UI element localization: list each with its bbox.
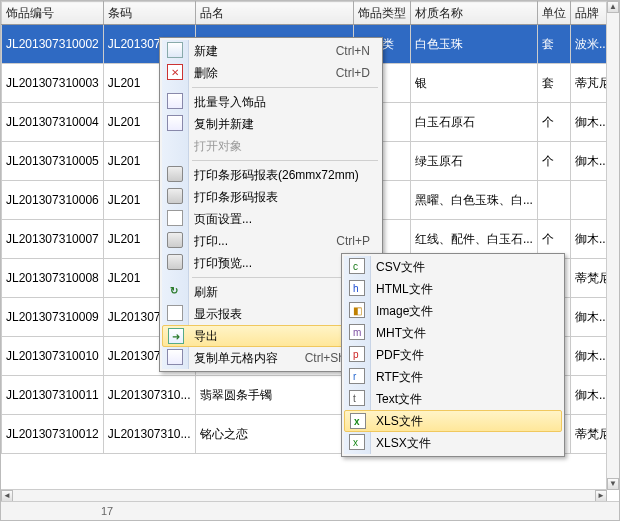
cell-brand[interactable]: 蒂梵尼 bbox=[570, 259, 607, 298]
menu-print-barcode-26-label: 打印条形码报表(26mmx72mm) bbox=[194, 168, 359, 182]
menu-new-shortcut: Ctrl+N bbox=[336, 43, 370, 59]
menu-open-object: 打开对象 bbox=[162, 135, 380, 157]
printer-icon bbox=[167, 232, 183, 248]
cell-brand[interactable] bbox=[570, 181, 607, 220]
cell-unit[interactable]: 套 bbox=[537, 25, 570, 64]
page-icon bbox=[167, 210, 183, 226]
menu-page-setup-label: 页面设置... bbox=[194, 212, 252, 226]
header-row[interactable]: 饰品编号 条码 品名 饰品类型 材质名称 单位 品牌 图片 bbox=[2, 2, 608, 25]
col-unit[interactable]: 单位 bbox=[537, 2, 570, 25]
col-id[interactable]: 饰品编号 bbox=[2, 2, 104, 25]
cell-id[interactable]: JL201307310004 bbox=[2, 103, 104, 142]
cell-material[interactable]: 白玉石原石 bbox=[410, 103, 537, 142]
xls-file-icon bbox=[350, 413, 366, 429]
status-bar: 17 bbox=[1, 501, 619, 520]
cell-id[interactable]: JL201307310008 bbox=[2, 259, 104, 298]
submenu-csv[interactable]: CSV文件 bbox=[344, 256, 562, 278]
vertical-scrollbar[interactable]: ▲ ▼ bbox=[606, 1, 619, 490]
menu-copy-new[interactable]: 复制并新建 bbox=[162, 113, 380, 135]
menu-export-label: 导出 bbox=[194, 329, 218, 343]
cell-id[interactable]: JL201307310010 bbox=[2, 337, 104, 376]
menu-delete[interactable]: 删除Ctrl+D bbox=[162, 62, 380, 84]
scroll-up-button[interactable]: ▲ bbox=[607, 1, 619, 13]
menu-batch-import-label: 批量导入饰品 bbox=[194, 95, 266, 109]
submenu-xls-label: XLS文件 bbox=[376, 414, 423, 428]
col-type[interactable]: 饰品类型 bbox=[353, 2, 410, 25]
new-icon bbox=[167, 42, 183, 58]
submenu-mht[interactable]: MHT文件 bbox=[344, 322, 562, 344]
export-icon bbox=[168, 328, 184, 344]
cell-id[interactable]: JL201307310012 bbox=[2, 415, 104, 454]
image-file-icon bbox=[349, 302, 365, 318]
menu-new[interactable]: 新建Ctrl+N bbox=[162, 40, 380, 62]
cell-code[interactable]: JL201307310... bbox=[103, 376, 195, 415]
cell-name[interactable]: 铭心之恋 bbox=[195, 415, 353, 454]
menu-separator bbox=[192, 87, 378, 88]
submenu-rtf[interactable]: RTF文件 bbox=[344, 366, 562, 388]
cell-brand[interactable]: 御木... bbox=[570, 337, 607, 376]
cell-code[interactable]: JL201307310... bbox=[103, 415, 195, 454]
cell-brand[interactable]: 蒂梵尼 bbox=[570, 415, 607, 454]
html-file-icon bbox=[349, 280, 365, 296]
cell-material[interactable]: 银 bbox=[410, 64, 537, 103]
copy-icon bbox=[167, 349, 183, 365]
col-code[interactable]: 条码 bbox=[103, 2, 195, 25]
col-brand[interactable]: 品牌 bbox=[570, 2, 607, 25]
cell-brand[interactable]: 御木... bbox=[570, 142, 607, 181]
cell-id[interactable]: JL201307310005 bbox=[2, 142, 104, 181]
cell-id[interactable]: JL201307310006 bbox=[2, 181, 104, 220]
submenu-pdf[interactable]: PDF文件 bbox=[344, 344, 562, 366]
cell-id[interactable]: JL201307310009 bbox=[2, 298, 104, 337]
text-file-icon bbox=[349, 390, 365, 406]
refresh-icon bbox=[167, 283, 183, 299]
menu-print-barcode[interactable]: 打印条形码报表 bbox=[162, 186, 380, 208]
col-material[interactable]: 材质名称 bbox=[410, 2, 537, 25]
export-submenu[interactable]: CSV文件 HTML文件 Image文件 MHT文件 PDF文件 RTF文件 T… bbox=[341, 253, 565, 457]
cell-brand[interactable]: 御木... bbox=[570, 376, 607, 415]
cell-brand[interactable]: 御木... bbox=[570, 298, 607, 337]
menu-print-shortcut: Ctrl+P bbox=[336, 233, 370, 249]
submenu-csv-label: CSV文件 bbox=[376, 260, 425, 274]
report-icon bbox=[167, 305, 183, 321]
csv-file-icon bbox=[349, 258, 365, 274]
printer-icon bbox=[167, 188, 183, 204]
cell-material[interactable]: 黑曜、白色玉珠、白... bbox=[410, 181, 537, 220]
cell-material[interactable]: 绿玉原石 bbox=[410, 142, 537, 181]
menu-print[interactable]: 打印...Ctrl+P bbox=[162, 230, 380, 252]
submenu-xlsx[interactable]: XLSX文件 bbox=[344, 432, 562, 454]
cell-unit[interactable]: 套 bbox=[537, 64, 570, 103]
submenu-image[interactable]: Image文件 bbox=[344, 300, 562, 322]
menu-page-setup[interactable]: 页面设置... bbox=[162, 208, 380, 230]
cell-name[interactable]: 翡翠圆条手镯 bbox=[195, 376, 353, 415]
submenu-html[interactable]: HTML文件 bbox=[344, 278, 562, 300]
printer-icon bbox=[167, 166, 183, 182]
cell-id[interactable]: JL201307310007 bbox=[2, 220, 104, 259]
grid-window: 饰品编号 条码 品名 饰品类型 材质名称 单位 品牌 图片 JL20130731… bbox=[0, 0, 620, 521]
submenu-xlsx-label: XLSX文件 bbox=[376, 436, 431, 450]
cell-brand[interactable]: 蒂芃尼 bbox=[570, 64, 607, 103]
cell-id[interactable]: JL201307310011 bbox=[2, 376, 104, 415]
cell-unit[interactable]: 个 bbox=[537, 142, 570, 181]
menu-batch-import[interactable]: 批量导入饰品 bbox=[162, 91, 380, 113]
pdf-file-icon bbox=[349, 346, 365, 362]
menu-print-barcode-26[interactable]: 打印条形码报表(26mmx72mm) bbox=[162, 164, 380, 186]
cell-material[interactable]: 白色玉珠 bbox=[410, 25, 537, 64]
menu-separator bbox=[192, 160, 378, 161]
cell-id[interactable]: JL201307310003 bbox=[2, 64, 104, 103]
submenu-text-label: Text文件 bbox=[376, 392, 422, 406]
menu-print-barcode-label: 打印条形码报表 bbox=[194, 190, 278, 204]
submenu-xls[interactable]: XLS文件 bbox=[344, 410, 562, 432]
submenu-rtf-label: RTF文件 bbox=[376, 370, 423, 384]
cell-id[interactable]: JL201307310002 bbox=[2, 25, 104, 64]
cell-brand[interactable]: 御木... bbox=[570, 220, 607, 259]
cell-brand[interactable]: 御木... bbox=[570, 103, 607, 142]
menu-print-label: 打印... bbox=[194, 234, 228, 248]
cell-unit[interactable] bbox=[537, 181, 570, 220]
col-name[interactable]: 品名 bbox=[195, 2, 353, 25]
menu-open-object-label: 打开对象 bbox=[194, 139, 242, 153]
submenu-text[interactable]: Text文件 bbox=[344, 388, 562, 410]
cell-unit[interactable]: 个 bbox=[537, 103, 570, 142]
cell-brand[interactable]: 波米... bbox=[570, 25, 607, 64]
menu-refresh-label: 刷新 bbox=[194, 285, 218, 299]
scroll-down-button[interactable]: ▼ bbox=[607, 478, 619, 490]
